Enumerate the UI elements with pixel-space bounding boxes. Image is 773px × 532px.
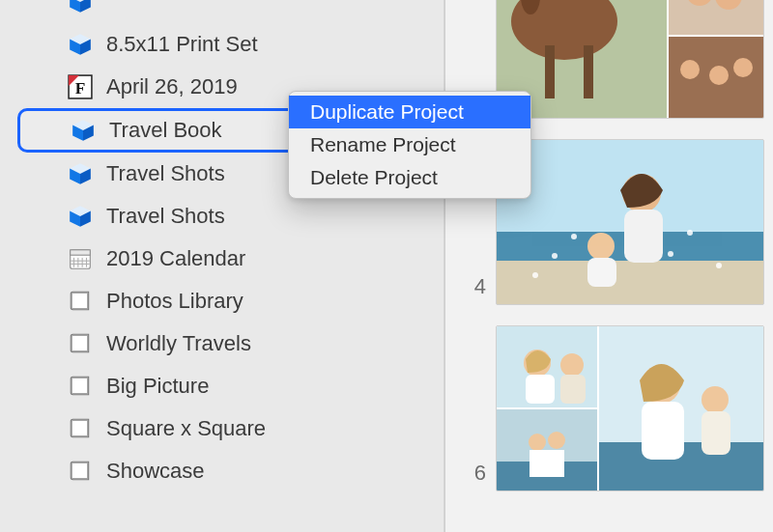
cube-icon xyxy=(68,161,93,186)
svg-point-60 xyxy=(529,434,546,451)
svg-rect-45 xyxy=(587,258,616,287)
svg-point-44 xyxy=(587,233,615,260)
svg-point-49 xyxy=(687,230,693,236)
sidebar-item-label: 8.5x11 Print Set xyxy=(106,32,258,57)
svg-rect-66 xyxy=(642,402,684,460)
svg-point-37 xyxy=(709,66,729,85)
menu-item-label: Rename Project xyxy=(310,133,456,156)
sidebar-item-showcase[interactable]: Showcase xyxy=(0,450,444,492)
letter-f-icon: F xyxy=(68,74,93,99)
page-thumb-row[interactable]: 6 xyxy=(445,315,773,501)
sidebar-item-big-picture[interactable]: Big Picture xyxy=(0,365,444,407)
cube-icon xyxy=(68,32,93,57)
svg-point-46 xyxy=(552,253,558,259)
svg-point-47 xyxy=(571,234,577,239)
svg-point-50 xyxy=(716,263,722,268)
svg-point-38 xyxy=(733,58,753,77)
sidebar-item-label: Travel Shots xyxy=(106,161,225,186)
sidebar-item-label: Photos Library xyxy=(106,289,243,314)
page-thumbnail[interactable] xyxy=(496,139,764,305)
sidebar-item-partial[interactable] xyxy=(0,0,444,23)
menu-item-delete-project[interactable]: Delete Project xyxy=(289,161,530,194)
svg-rect-31 xyxy=(584,45,593,98)
projects-list: 8.5x11 Print Set F April 26, 2019 Travel… xyxy=(0,0,444,492)
svg-point-67 xyxy=(701,386,729,413)
menu-item-rename-project[interactable]: Rename Project xyxy=(289,128,530,161)
book-icon xyxy=(68,289,93,314)
book-icon xyxy=(68,459,93,484)
project-context-menu: Duplicate Project Rename Project Delete … xyxy=(288,91,531,199)
svg-rect-55 xyxy=(526,375,555,404)
menu-item-label: Duplicate Project xyxy=(310,100,464,124)
projects-sidebar: 8.5x11 Print Set F April 26, 2019 Travel… xyxy=(0,0,444,532)
svg-rect-62 xyxy=(530,450,564,477)
sidebar-item-2019-calendar[interactable]: 2019 Calendar xyxy=(0,238,444,280)
page-thumbnail[interactable] xyxy=(496,0,764,119)
book-icon xyxy=(68,331,93,356)
sidebar-item-label: Travel Shots xyxy=(106,204,225,229)
svg-marker-1 xyxy=(70,0,80,13)
app-window: 8.5x11 Print Set F April 26, 2019 Travel… xyxy=(0,0,773,532)
sidebar-item-travel-shots-2[interactable]: Travel Shots xyxy=(0,195,444,238)
page-number: 4 xyxy=(463,274,486,299)
page-thumbnails: 2 xyxy=(445,0,773,501)
sidebar-item-photos-library[interactable]: Photos Library xyxy=(0,280,444,322)
svg-rect-41 xyxy=(497,261,763,304)
svg-point-48 xyxy=(668,251,673,257)
page-number: 6 xyxy=(463,461,486,486)
svg-rect-32 xyxy=(669,0,763,35)
calendar-icon xyxy=(68,246,93,271)
sidebar-item-label: Big Picture xyxy=(106,374,209,399)
svg-text:F: F xyxy=(75,79,86,98)
sidebar-item-label: 2019 Calendar xyxy=(106,246,245,271)
svg-rect-30 xyxy=(545,45,555,98)
sidebar-item-label: Square x Square xyxy=(106,416,266,441)
menu-item-duplicate-project[interactable]: Duplicate Project xyxy=(289,96,530,128)
cube-icon xyxy=(68,0,93,14)
svg-rect-19 xyxy=(71,250,91,255)
svg-point-36 xyxy=(680,60,700,79)
svg-rect-68 xyxy=(701,411,730,455)
svg-marker-2 xyxy=(80,0,91,13)
cube-icon xyxy=(68,204,93,229)
pages-panel: 2 xyxy=(444,0,773,532)
sidebar-item-label: April 26, 2019 xyxy=(106,74,238,99)
svg-point-61 xyxy=(548,432,565,449)
svg-rect-43 xyxy=(624,210,663,263)
sidebar-item-square-x-square[interactable]: Square x Square xyxy=(0,407,444,450)
sidebar-item-worldly-travels[interactable]: Worldly Travels xyxy=(0,322,444,365)
sidebar-item-label: Showcase xyxy=(106,459,205,484)
svg-point-56 xyxy=(560,353,584,377)
menu-item-label: Delete Project xyxy=(310,166,438,189)
sidebar-item-label: Worldly Travels xyxy=(106,331,251,356)
svg-point-51 xyxy=(532,272,538,278)
sidebar-item-print-set[interactable]: 8.5x11 Print Set xyxy=(0,23,444,66)
book-icon xyxy=(68,374,93,399)
cube-icon xyxy=(71,118,96,143)
svg-rect-57 xyxy=(560,375,586,404)
page-thumbnail[interactable] xyxy=(496,325,764,491)
book-icon xyxy=(68,416,93,441)
sidebar-item-label: Travel Book xyxy=(109,118,222,143)
